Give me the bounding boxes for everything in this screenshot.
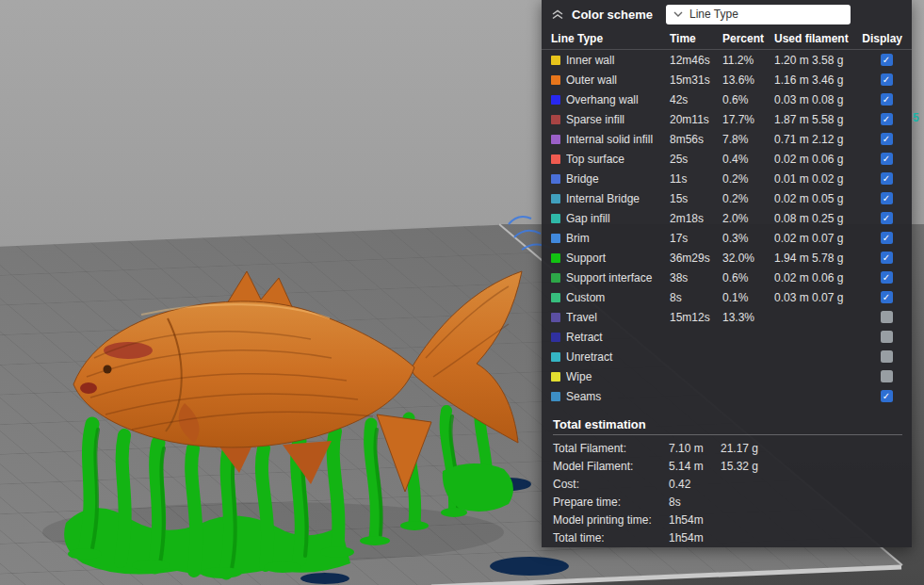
line-type-percent: 13.6%	[722, 73, 774, 87]
line-type-time: 15m31s	[670, 73, 722, 87]
line-type-color-swatch	[551, 313, 560, 322]
used-filament-grams: 0.06 g	[812, 153, 857, 166]
line-type-time: 38s	[670, 271, 722, 284]
used-filament-meters: 0.03 m	[774, 291, 812, 304]
dropdown-selected-value: Line Type	[689, 8, 738, 21]
used-filament-meters: 1.94 m	[774, 252, 812, 265]
line-type-label: Travel	[566, 311, 670, 324]
total-label: Cost:	[553, 478, 669, 491]
line-type-percent: 0.3%	[722, 232, 774, 245]
total-value: 7.10 m	[669, 442, 721, 455]
line-type-time: 2m18s	[670, 212, 722, 225]
used-filament-grams: 0.07 g	[812, 291, 857, 304]
display-checkbox[interactable]: ✓	[881, 291, 893, 303]
total-row: Total Filament:7.10 m21.17 g	[553, 439, 902, 457]
line-type-rows: Inner wall12m46s11.2%1.20 m3.58 g✓Outer …	[542, 50, 912, 406]
total-value-2: 21.17 g	[721, 442, 902, 455]
display-checkbox[interactable]: ✓	[881, 113, 893, 125]
line-type-row: Unretract	[542, 347, 912, 366]
line-type-color-swatch	[551, 135, 560, 144]
display-checkbox[interactable]	[881, 370, 893, 382]
line-type-percent: 2.0%	[722, 212, 774, 225]
line-type-percent: 0.1%	[722, 291, 774, 304]
line-type-label: Sparse infill	[566, 113, 670, 126]
display-checkbox[interactable]: ✓	[881, 153, 893, 165]
line-type-color-swatch	[551, 372, 560, 382]
line-type-label: Outer wall	[566, 73, 670, 87]
line-type-row: Wipe	[542, 366, 912, 386]
display-checkbox[interactable]	[881, 350, 893, 363]
line-type-row: Gap infill2m18s2.0%0.08 m0.25 g✓	[542, 208, 912, 228]
display-checkbox[interactable]: ✓	[881, 252, 893, 264]
line-type-row: Bridge11s0.2%0.01 m0.02 g✓	[542, 169, 912, 188]
line-type-time: 8s	[670, 291, 722, 304]
column-display: Display	[857, 32, 902, 45]
total-value: 1h54m	[669, 531, 721, 544]
display-checkbox[interactable]: ✓	[881, 232, 893, 244]
app-window: Color scheme Line Type Line Type Time Pe…	[0, 0, 924, 585]
line-type-percent: 0.6%	[722, 271, 774, 284]
line-type-color-swatch	[551, 352, 560, 362]
total-value-2: 15.32 g	[721, 460, 902, 473]
display-checkbox[interactable]: ✓	[881, 133, 893, 145]
line-type-label: Support interface	[566, 271, 670, 284]
line-type-row: Internal Bridge15s0.2%0.02 m0.05 g✓	[542, 188, 912, 208]
used-filament-grams: 5.58 g	[812, 113, 857, 126]
used-filament-meters: 0.03 m	[774, 93, 812, 106]
line-type-percent: 7.8%	[722, 133, 774, 146]
line-type-label: Internal Bridge	[566, 192, 670, 205]
display-checkbox[interactable]: ✓	[881, 390, 893, 402]
display-checkbox[interactable]: ✓	[881, 93, 893, 106]
line-type-color-swatch	[551, 154, 560, 164]
total-value: 8s	[669, 496, 721, 509]
chevron-down-icon	[673, 11, 683, 17]
used-filament-meters: 0.01 m	[774, 172, 812, 186]
line-type-percent: 0.2%	[722, 192, 774, 205]
used-filament-grams: 0.06 g	[812, 271, 857, 284]
total-estimation-title: Total estimation	[553, 414, 902, 435]
line-type-label: Support	[566, 252, 670, 265]
used-filament-meters: 0.02 m	[774, 153, 812, 166]
display-checkbox[interactable]	[881, 311, 893, 323]
line-type-row: Internal solid infill8m56s7.8%0.71 m2.12…	[542, 129, 912, 149]
used-filament-meters: 0.02 m	[774, 271, 812, 284]
total-label: Total time:	[553, 531, 669, 544]
line-type-color-swatch	[551, 75, 560, 85]
collapse-panel-icon[interactable]	[551, 9, 564, 20]
total-value: 1h54m	[669, 513, 721, 527]
display-checkbox[interactable]: ✓	[881, 271, 893, 284]
line-type-time: 42s	[670, 93, 722, 106]
line-type-label: Wipe	[566, 370, 670, 383]
line-type-percent: 32.0%	[722, 252, 774, 265]
panel-title: Color scheme	[572, 8, 653, 22]
used-filament-grams: 0.25 g	[812, 212, 857, 225]
column-percent: Percent	[722, 32, 774, 45]
total-label: Prepare time:	[553, 496, 669, 509]
line-type-time: 15m12s	[670, 311, 722, 324]
used-filament-meters: 0.71 m	[774, 133, 812, 146]
line-type-row: Support interface38s0.6%0.02 m0.06 g✓	[542, 268, 912, 287]
used-filament-grams: 3.58 g	[812, 54, 857, 67]
used-filament-meters: 0.08 m	[774, 212, 812, 225]
display-checkbox[interactable]: ✓	[881, 172, 893, 185]
line-type-label: Internal solid infill	[566, 133, 670, 146]
line-type-row: Inner wall12m46s11.2%1.20 m3.58 g✓	[542, 50, 912, 70]
line-type-label: Top surface	[566, 153, 670, 166]
line-type-color-swatch	[551, 115, 560, 124]
color-scheme-dropdown[interactable]: Line Type	[666, 5, 851, 24]
display-checkbox[interactable]: ✓	[881, 192, 893, 204]
line-type-row: Overhang wall42s0.6%0.03 m0.08 g✓	[542, 89, 912, 109]
line-type-color-swatch	[551, 293, 560, 302]
column-line-type: Line Type	[551, 32, 670, 45]
display-checkbox[interactable]	[881, 331, 893, 343]
line-type-time: 15s	[670, 192, 722, 205]
display-checkbox[interactable]: ✓	[881, 54, 893, 66]
display-checkbox[interactable]: ✓	[881, 212, 893, 224]
total-label: Model Filament:	[553, 460, 669, 473]
line-type-row: Travel15m12s13.3%	[542, 307, 912, 327]
layer-slider-label[interactable]: 5	[913, 111, 919, 124]
panel-header: Color scheme Line Type	[542, 0, 912, 28]
display-checkbox[interactable]: ✓	[881, 73, 893, 86]
total-value: 0.42	[669, 478, 721, 491]
used-filament-grams: 0.02 g	[812, 172, 857, 186]
